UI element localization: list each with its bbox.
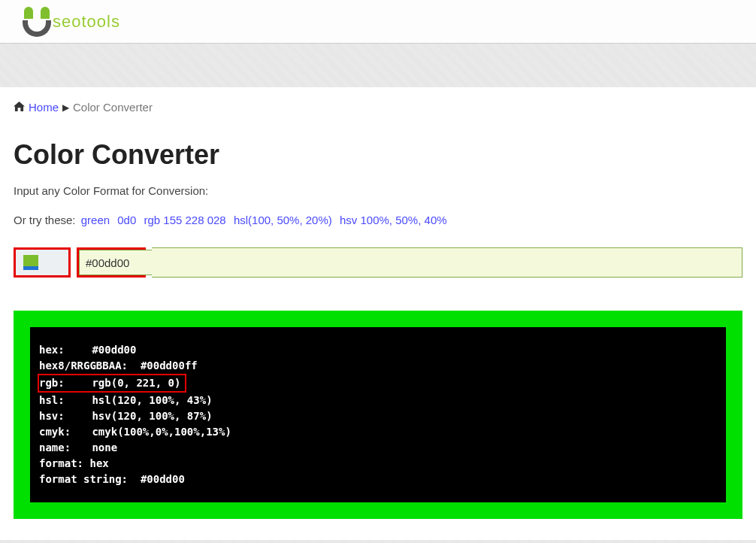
output-line-formatstring: format string: #00dd00 bbox=[39, 472, 717, 487]
example-link-rgb[interactable]: rgb 155 228 028 bbox=[144, 214, 225, 226]
color-picker-button[interactable] bbox=[14, 247, 71, 278]
output-line-hsv: hsv: hsv(120, 100%, 87%) bbox=[39, 408, 717, 424]
output-terminal: hex: #00dd00 hex8/RRGGBBAA: #00dd00ff rg… bbox=[30, 327, 726, 502]
output-line-cmyk: cmyk: cmyk(100%,0%,100%,13%) bbox=[39, 424, 717, 440]
colorpicker-icon bbox=[23, 255, 38, 270]
logo-icon bbox=[23, 7, 51, 37]
home-icon bbox=[14, 101, 25, 114]
page-title: Color Converter bbox=[14, 139, 742, 171]
output-line-hex8: hex8/RRGGBBAA: #00dd00ff bbox=[39, 358, 717, 374]
input-label: Input any Color Format for Conversion: bbox=[14, 184, 742, 197]
example-link-0d0[interactable]: 0d0 bbox=[117, 214, 136, 226]
examples-prefix: Or try these: bbox=[14, 214, 76, 226]
input-row bbox=[14, 247, 742, 278]
result-frame: hex: #00dd00 hex8/RRGGBBAA: #00dd00ff rg… bbox=[14, 311, 742, 519]
breadcrumb-sep-icon: ▶ bbox=[62, 102, 69, 113]
page-content: Home ▶ Color Converter Color Converter I… bbox=[0, 87, 756, 540]
examples-row: Or try these: green 0d0 rgb 155 228 028 … bbox=[14, 214, 742, 226]
output-line-hsl: hsl: hsl(120, 100%, 43%) bbox=[39, 393, 717, 408]
example-link-green[interactable]: green bbox=[81, 214, 110, 226]
example-link-hsv[interactable]: hsv 100%, 50%, 40% bbox=[340, 214, 447, 226]
output-line-hex: hex: #00dd00 bbox=[39, 342, 717, 358]
logo-text: seotools bbox=[53, 12, 120, 32]
color-input-highlight bbox=[77, 247, 146, 278]
color-input-extension[interactable] bbox=[152, 247, 742, 278]
example-link-hsl[interactable]: hsl(100, 50%, 20%) bbox=[234, 214, 332, 226]
header-bar: seotools bbox=[0, 0, 756, 44]
site-logo[interactable]: seotools bbox=[23, 7, 120, 37]
breadcrumb-current: Color Converter bbox=[73, 101, 153, 114]
output-line-format: format: hex bbox=[39, 456, 717, 472]
output-line-name: name: none bbox=[39, 440, 717, 456]
output-line-rgb: rgb: rgb(0, 221, 0) bbox=[39, 374, 717, 393]
breadcrumb-home-link[interactable]: Home bbox=[29, 101, 59, 114]
breadcrumb: Home ▶ Color Converter bbox=[14, 101, 742, 114]
